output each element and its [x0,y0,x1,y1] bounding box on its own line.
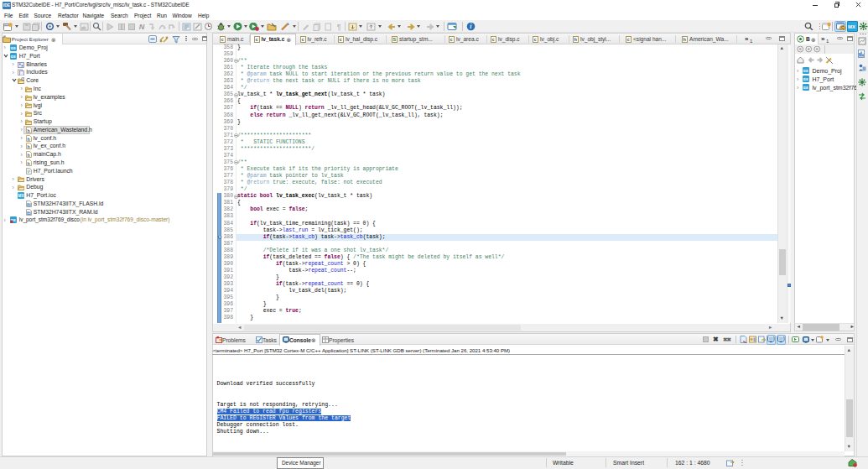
svg-text:S: S [393,37,397,42]
svg-text:IDE: IDE [803,86,808,90]
svg-text:h: h [27,144,29,149]
svg-text:IDE: IDE [803,78,808,81]
svg-text:c: c [221,37,224,42]
svg-text:c: c [255,37,257,42]
svg-text:IDE: IDE [10,55,16,59]
svg-text:h: h [27,153,29,158]
svg-text:C: C [841,25,845,30]
svg-text:h: h [27,136,29,141]
svg-text:c: c [340,37,342,42]
svg-text:c: c [450,37,453,42]
svg-text:IDE: IDE [803,70,808,73]
svg-text:c: c [534,37,537,42]
svg-text:c: c [492,37,495,42]
svg-text:C: C [22,77,24,81]
svg-text:ab: ab [81,24,86,29]
svg-text:IDE: IDE [10,47,16,50]
svg-text:c: c [627,37,630,42]
svg-text:h: h [27,128,29,133]
svg-text:c: c [301,37,304,42]
svg-text:MX: MX [18,194,23,198]
svg-text:h: h [27,161,29,166]
